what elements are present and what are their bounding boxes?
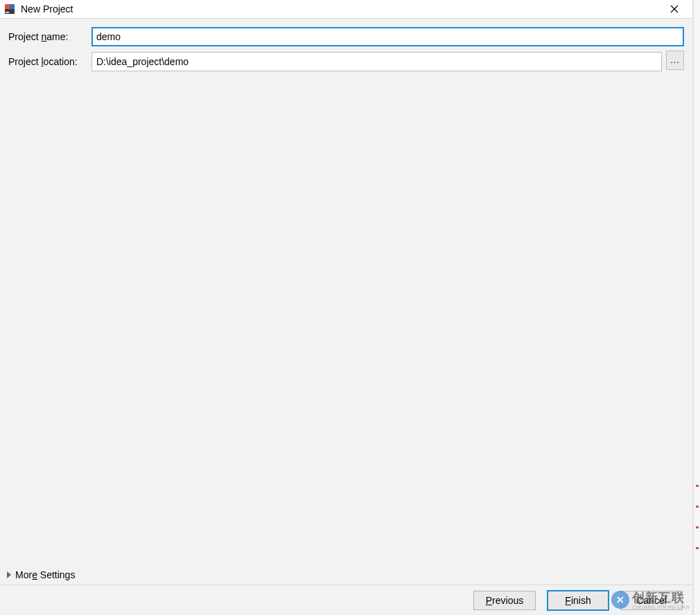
svg-rect-2: [10, 4, 15, 9]
project-name-label: Project name:: [8, 31, 91, 42]
svg-rect-3: [6, 12, 9, 13]
intellij-icon: [4, 3, 15, 15]
project-location-row: Project location: ...: [8, 52, 684, 71]
more-settings-expander[interactable]: More Settings: [7, 569, 75, 580]
previous-button[interactable]: Previous: [473, 591, 536, 610]
titlebar: New Project: [0, 0, 692, 18]
project-name-row: Project name:: [8, 27, 684, 46]
close-icon: [670, 5, 679, 13]
project-name-input[interactable]: [91, 27, 684, 46]
project-location-label: Project location:: [8, 56, 91, 67]
dialog-footer: Previous Finish Cancel: [0, 585, 692, 615]
project-location-input[interactable]: [91, 52, 662, 71]
browse-location-button[interactable]: ...: [666, 51, 684, 70]
dialog-title: New Project: [21, 3, 660, 15]
form-area: Project name: Project location: ...: [0, 19, 692, 71]
finish-button[interactable]: Finish: [547, 590, 609, 611]
new-project-dialog: New Project Project name: Project locati…: [0, 0, 693, 615]
close-button[interactable]: [660, 1, 688, 17]
expand-right-icon: [7, 571, 11, 578]
cancel-button[interactable]: Cancel: [620, 591, 683, 610]
svg-rect-1: [5, 4, 10, 9]
background-edge: [693, 0, 700, 615]
